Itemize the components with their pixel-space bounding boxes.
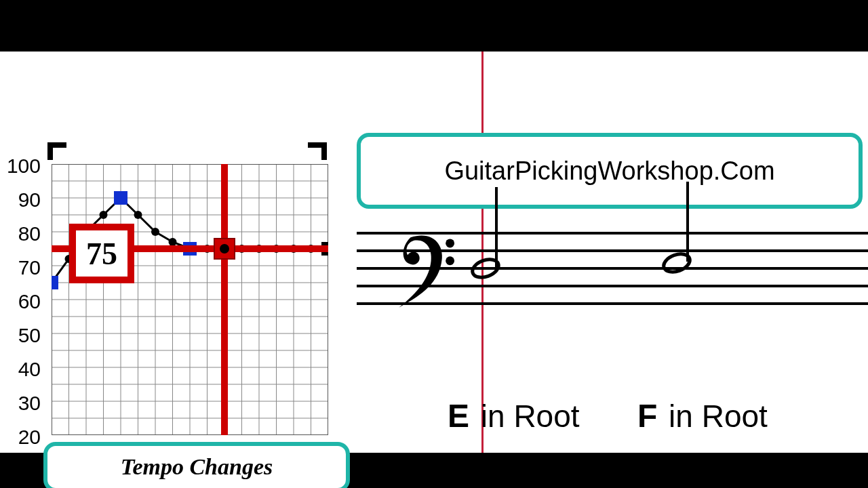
note-rest: in Root [472,399,580,434]
axis-tick: 40 [5,358,41,381]
svg-point-42 [169,238,177,246]
axis-tick: 30 [5,392,41,415]
note-rest: in Root [660,399,768,434]
axis-tick: 70 [5,256,41,279]
svg-rect-57 [221,164,228,435]
note-letter: F [637,398,657,434]
svg-point-64 [470,256,501,281]
tempo-chart-panel: 100 90 80 70 60 50 40 30 20 [5,96,338,476]
current-tempo-value: 75 [86,236,117,272]
half-note-icon [469,187,510,282]
svg-point-66 [661,251,692,275]
svg-point-62 [446,256,454,265]
axis-tick: 60 [5,290,41,313]
tempo-caption-label: Tempo Changes [121,454,273,480]
note-label-2: F in Root [637,397,768,434]
axis-tick: 100 [5,155,41,178]
note-letter: E [448,398,469,434]
url-banner: GuitarPickingWorkshop.Com [357,133,863,209]
axis-tick: 20 [5,426,41,449]
svg-rect-52 [52,276,58,289]
svg-rect-53 [114,191,127,205]
bass-staff [357,232,868,347]
axis-tick: 90 [5,188,41,211]
half-note-icon [660,182,701,277]
svg-point-61 [446,239,454,247]
svg-point-41 [151,228,159,236]
axis-tick: 50 [5,324,41,347]
url-banner-label: GuitarPickingWorkshop.Com [444,157,774,186]
svg-point-40 [134,211,142,219]
tempo-chart-svg [52,164,328,435]
bass-clef-icon [388,216,462,310]
axis-tick: 80 [5,222,41,245]
bracket-top-left-icon [47,142,66,160]
svg-point-38 [100,211,108,219]
bracket-top-right-icon [308,142,327,160]
note-label-1: E in Root [448,397,580,434]
current-tempo-box: 75 [69,224,134,283]
tempo-caption: Tempo Changes [43,442,350,488]
content-area: 100 90 80 70 60 50 40 30 20 [0,52,868,453]
tempo-grid[interactable] [52,164,328,435]
svg-point-60 [220,244,229,253]
